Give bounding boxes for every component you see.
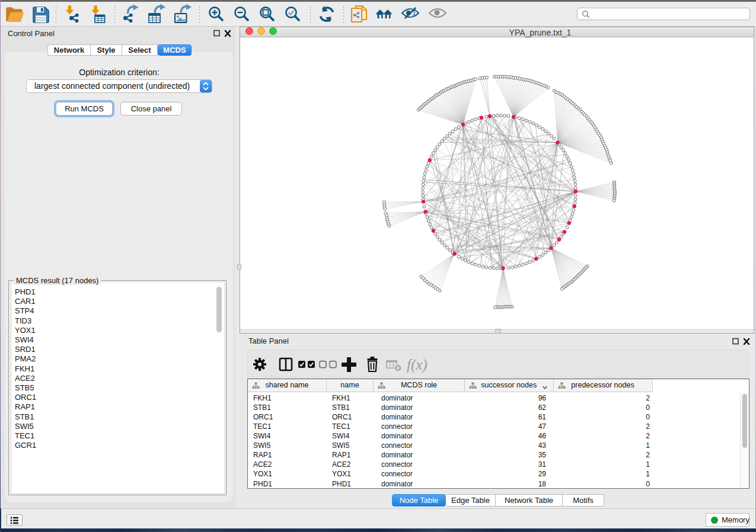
svg-text:f(x): f(x) bbox=[407, 357, 428, 373]
